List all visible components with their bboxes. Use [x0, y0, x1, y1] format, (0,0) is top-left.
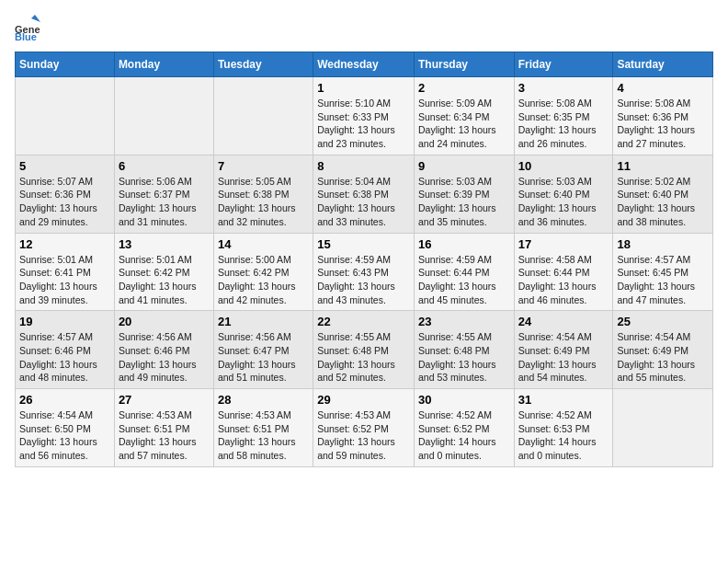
calendar-day-cell: 5Sunrise: 5:07 AM Sunset: 6:36 PM Daylig… — [16, 155, 115, 233]
day-info: Sunrise: 4:53 AM Sunset: 6:51 PM Dayligh… — [218, 408, 309, 463]
calendar-day-cell: 31Sunrise: 4:52 AM Sunset: 6:53 PM Dayli… — [514, 389, 613, 467]
calendar-week-row: 12Sunrise: 5:01 AM Sunset: 6:41 PM Dayli… — [16, 233, 713, 311]
calendar-day-cell: 1Sunrise: 5:10 AM Sunset: 6:33 PM Daylig… — [313, 77, 415, 155]
day-of-week-header: Tuesday — [213, 52, 313, 77]
calendar-day-cell: 18Sunrise: 4:57 AM Sunset: 6:45 PM Dayli… — [613, 233, 713, 311]
day-number: 25 — [617, 315, 709, 328]
calendar-day-cell: 22Sunrise: 4:55 AM Sunset: 6:48 PM Dayli… — [313, 311, 415, 389]
calendar-day-cell: 11Sunrise: 5:02 AM Sunset: 6:40 PM Dayli… — [613, 155, 713, 233]
day-number: 17 — [518, 237, 609, 251]
day-info: Sunrise: 5:09 AM Sunset: 6:34 PM Dayligh… — [418, 97, 510, 151]
day-info: Sunrise: 5:02 AM Sunset: 6:40 PM Dayligh… — [617, 175, 709, 229]
calendar-day-cell: 15Sunrise: 4:59 AM Sunset: 6:43 PM Dayli… — [313, 233, 415, 311]
calendar-day-cell: 26Sunrise: 4:54 AM Sunset: 6:50 PM Dayli… — [16, 389, 115, 467]
day-number: 10 — [518, 159, 609, 173]
day-info: Sunrise: 4:54 AM Sunset: 6:49 PM Dayligh… — [617, 330, 709, 385]
calendar-day-cell: 16Sunrise: 4:59 AM Sunset: 6:44 PM Dayli… — [414, 233, 514, 311]
day-of-week-header: Thursday — [414, 52, 514, 77]
day-info: Sunrise: 5:07 AM Sunset: 6:36 PM Dayligh… — [19, 175, 110, 229]
calendar-week-row: 5Sunrise: 5:07 AM Sunset: 6:36 PM Daylig… — [16, 155, 713, 233]
calendar-week-row: 19Sunrise: 4:57 AM Sunset: 6:46 PM Dayli… — [16, 311, 713, 389]
calendar-day-cell: 19Sunrise: 4:57 AM Sunset: 6:46 PM Dayli… — [16, 311, 115, 389]
day-number: 9 — [418, 159, 510, 173]
day-info: Sunrise: 5:00 AM Sunset: 6:42 PM Dayligh… — [218, 253, 309, 307]
day-number: 31 — [518, 393, 609, 407]
day-number: 7 — [218, 159, 309, 173]
day-number: 28 — [218, 393, 309, 407]
day-info: Sunrise: 5:08 AM Sunset: 6:36 PM Dayligh… — [617, 97, 709, 151]
day-info: Sunrise: 5:05 AM Sunset: 6:38 PM Dayligh… — [218, 175, 309, 229]
day-number: 3 — [518, 81, 609, 95]
day-info: Sunrise: 4:59 AM Sunset: 6:43 PM Dayligh… — [317, 253, 410, 307]
day-number: 26 — [19, 393, 110, 407]
day-info: Sunrise: 4:54 AM Sunset: 6:50 PM Dayligh… — [19, 408, 110, 463]
calendar-day-cell: 2Sunrise: 5:09 AM Sunset: 6:34 PM Daylig… — [414, 77, 514, 155]
day-number: 14 — [218, 237, 309, 251]
calendar-day-cell: 24Sunrise: 4:54 AM Sunset: 6:49 PM Dayli… — [514, 311, 613, 389]
calendar-day-cell: 3Sunrise: 5:08 AM Sunset: 6:35 PM Daylig… — [514, 77, 613, 155]
calendar-day-cell: 30Sunrise: 4:52 AM Sunset: 6:52 PM Dayli… — [414, 389, 514, 467]
day-number: 23 — [418, 315, 510, 328]
calendar-day-cell: 12Sunrise: 5:01 AM Sunset: 6:41 PM Dayli… — [16, 233, 115, 311]
day-number: 1 — [317, 81, 410, 95]
day-number: 13 — [119, 237, 210, 251]
day-of-week-header: Wednesday — [313, 52, 415, 77]
day-info: Sunrise: 4:58 AM Sunset: 6:44 PM Dayligh… — [518, 253, 609, 307]
day-number: 21 — [218, 315, 309, 328]
day-number: 2 — [418, 81, 510, 95]
day-info: Sunrise: 5:04 AM Sunset: 6:38 PM Dayligh… — [317, 175, 410, 229]
day-info: Sunrise: 5:01 AM Sunset: 6:42 PM Dayligh… — [119, 253, 210, 307]
day-number: 20 — [119, 315, 210, 328]
logo-icon: General Blue — [15, 15, 40, 40]
calendar-day-cell: 21Sunrise: 4:56 AM Sunset: 6:47 PM Dayli… — [213, 311, 313, 389]
calendar-day-cell — [213, 77, 313, 155]
calendar-day-cell: 23Sunrise: 4:55 AM Sunset: 6:48 PM Dayli… — [414, 311, 514, 389]
calendar-day-cell: 25Sunrise: 4:54 AM Sunset: 6:49 PM Dayli… — [613, 311, 713, 389]
day-number: 22 — [317, 315, 410, 328]
day-info: Sunrise: 4:59 AM Sunset: 6:44 PM Dayligh… — [418, 253, 510, 307]
logo: General Blue — [15, 15, 44, 40]
day-info: Sunrise: 4:53 AM Sunset: 6:51 PM Dayligh… — [119, 408, 210, 463]
day-number: 16 — [418, 237, 510, 251]
day-info: Sunrise: 4:57 AM Sunset: 6:46 PM Dayligh… — [19, 330, 110, 385]
day-number: 15 — [317, 237, 410, 251]
svg-text:Blue: Blue — [15, 31, 37, 40]
calendar-day-cell: 10Sunrise: 5:03 AM Sunset: 6:40 PM Dayli… — [514, 155, 613, 233]
day-number: 18 — [617, 237, 709, 251]
day-number: 4 — [617, 81, 709, 95]
day-info: Sunrise: 5:08 AM Sunset: 6:35 PM Dayligh… — [518, 97, 609, 151]
calendar-day-cell: 8Sunrise: 5:04 AM Sunset: 6:38 PM Daylig… — [313, 155, 415, 233]
calendar-day-cell: 17Sunrise: 4:58 AM Sunset: 6:44 PM Dayli… — [514, 233, 613, 311]
day-of-week-header: Friday — [514, 52, 613, 77]
calendar-day-cell — [16, 77, 115, 155]
day-number: 5 — [19, 159, 110, 173]
day-number: 29 — [317, 393, 410, 407]
day-number: 24 — [518, 315, 609, 328]
calendar-day-cell: 7Sunrise: 5:05 AM Sunset: 6:38 PM Daylig… — [213, 155, 313, 233]
day-info: Sunrise: 4:52 AM Sunset: 6:52 PM Dayligh… — [418, 408, 510, 463]
calendar-day-cell: 13Sunrise: 5:01 AM Sunset: 6:42 PM Dayli… — [114, 233, 213, 311]
calendar-day-cell: 29Sunrise: 4:53 AM Sunset: 6:52 PM Dayli… — [313, 389, 415, 467]
calendar: SundayMondayTuesdayWednesdayThursdayFrid… — [15, 52, 713, 467]
day-number: 27 — [119, 393, 210, 407]
calendar-day-cell: 14Sunrise: 5:00 AM Sunset: 6:42 PM Dayli… — [213, 233, 313, 311]
calendar-day-cell: 27Sunrise: 4:53 AM Sunset: 6:51 PM Dayli… — [114, 389, 213, 467]
day-info: Sunrise: 5:01 AM Sunset: 6:41 PM Dayligh… — [19, 253, 110, 307]
calendar-day-cell: 20Sunrise: 4:56 AM Sunset: 6:46 PM Dayli… — [114, 311, 213, 389]
day-info: Sunrise: 5:03 AM Sunset: 6:39 PM Dayligh… — [418, 175, 510, 229]
day-number: 12 — [19, 237, 110, 251]
calendar-day-cell: 9Sunrise: 5:03 AM Sunset: 6:39 PM Daylig… — [414, 155, 514, 233]
day-info: Sunrise: 4:55 AM Sunset: 6:48 PM Dayligh… — [317, 330, 410, 385]
calendar-day-cell: 6Sunrise: 5:06 AM Sunset: 6:37 PM Daylig… — [114, 155, 213, 233]
day-info: Sunrise: 4:57 AM Sunset: 6:45 PM Dayligh… — [617, 253, 709, 307]
calendar-week-row: 26Sunrise: 4:54 AM Sunset: 6:50 PM Dayli… — [16, 389, 713, 467]
calendar-week-row: 1Sunrise: 5:10 AM Sunset: 6:33 PM Daylig… — [16, 77, 713, 155]
calendar-header-row: SundayMondayTuesdayWednesdayThursdayFrid… — [16, 52, 713, 77]
day-number: 19 — [19, 315, 110, 328]
day-number: 11 — [617, 159, 709, 173]
day-number: 30 — [418, 393, 510, 407]
day-info: Sunrise: 5:06 AM Sunset: 6:37 PM Dayligh… — [119, 175, 210, 229]
day-of-week-header: Saturday — [613, 52, 713, 77]
calendar-day-cell: 4Sunrise: 5:08 AM Sunset: 6:36 PM Daylig… — [613, 77, 713, 155]
day-info: Sunrise: 4:54 AM Sunset: 6:49 PM Dayligh… — [518, 330, 609, 385]
